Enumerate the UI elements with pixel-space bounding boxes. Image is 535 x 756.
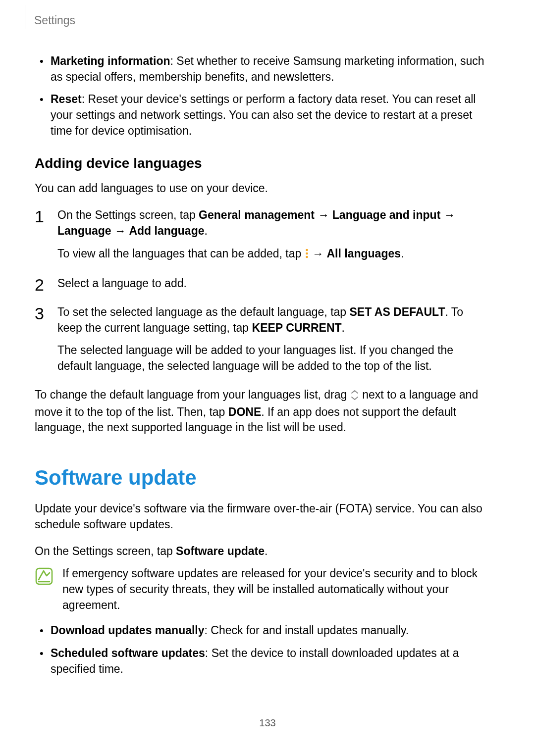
bullet-label: Marketing information bbox=[51, 54, 170, 67]
more-options-icon bbox=[305, 248, 309, 263]
bullet-desc: : Reset your device's settings or perfor… bbox=[51, 93, 476, 137]
subheading-intro: You can add languages to use on your dev… bbox=[35, 181, 490, 197]
page: Settings Marketing information: Set whet… bbox=[0, 0, 535, 756]
note-memo-icon bbox=[35, 566, 54, 613]
bullet-label: Scheduled software updates bbox=[51, 647, 205, 659]
list-item: Scheduled software updates: Set the devi… bbox=[51, 646, 490, 677]
reorder-handle-icon bbox=[350, 389, 359, 404]
bullet-label: Reset bbox=[51, 93, 82, 105]
bullet-list-top: Marketing information: Set whether to re… bbox=[35, 53, 490, 139]
list-item: Marketing information: Set whether to re… bbox=[51, 53, 490, 85]
note-text: If emergency software updates are releas… bbox=[62, 566, 490, 613]
step-subtext: The selected language will be added to y… bbox=[57, 343, 490, 374]
bullet-list-bottom: Download updates manually: Check for and… bbox=[35, 623, 490, 677]
step-text: Select a language to add. bbox=[57, 276, 490, 292]
svg-point-0 bbox=[306, 249, 308, 251]
page-content: Marketing information: Set whether to re… bbox=[35, 53, 500, 677]
page-number: 133 bbox=[0, 716, 535, 730]
step-item: To set the selected language as the defa… bbox=[35, 304, 490, 374]
step-text: To set the selected language as the defa… bbox=[57, 304, 490, 336]
step-subtext: To view all the languages that can be ad… bbox=[57, 246, 490, 263]
ordered-steps: On the Settings screen, tap General mana… bbox=[35, 207, 490, 374]
section-nav: On the Settings screen, tap Software upd… bbox=[35, 544, 490, 559]
subheading: Adding device languages bbox=[35, 154, 490, 173]
bullet-desc: : Check for and install updates manually… bbox=[205, 624, 409, 637]
note-block: If emergency software updates are releas… bbox=[35, 566, 490, 613]
section-title: Software update bbox=[35, 463, 490, 492]
step-text: On the Settings screen, tap General mana… bbox=[57, 207, 490, 239]
svg-point-2 bbox=[306, 255, 308, 258]
page-header: Settings bbox=[35, 0, 500, 29]
svg-point-1 bbox=[306, 252, 308, 254]
bullet-label: Download updates manually bbox=[51, 624, 205, 637]
list-item: Reset: Reset your device's settings or p… bbox=[51, 92, 490, 139]
step-item: Select a language to add. bbox=[35, 276, 490, 292]
header-title: Settings bbox=[34, 5, 75, 29]
step-item: On the Settings screen, tap General mana… bbox=[35, 207, 490, 263]
section-intro: Update your device's software via the fi… bbox=[35, 501, 490, 532]
header-rule bbox=[25, 5, 25, 29]
list-item: Download updates manually: Check for and… bbox=[51, 623, 490, 639]
post-steps-paragraph: To change the default language from your… bbox=[35, 387, 490, 436]
